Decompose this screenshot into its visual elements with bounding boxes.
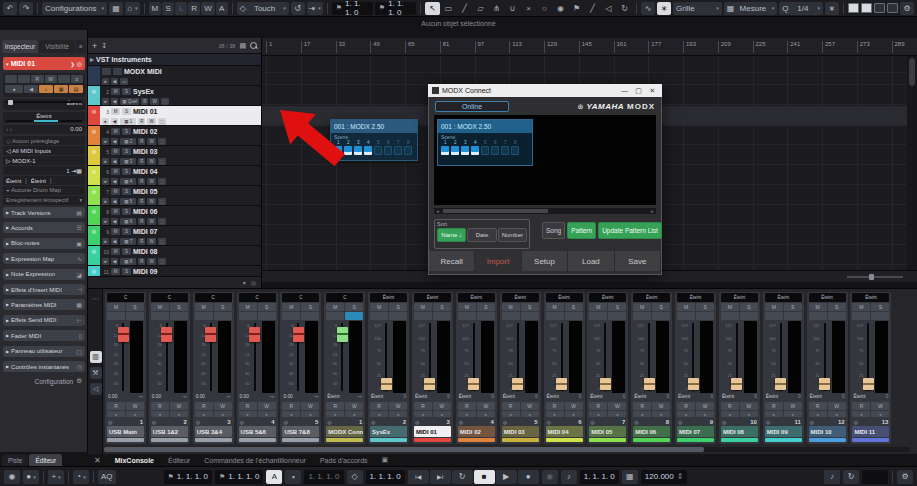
inspector-section-panneau-utilisateur[interactable]: ▶Panneau utilisateur▢ (3, 346, 85, 357)
mute-button[interactable]: M (111, 128, 120, 135)
read-button[interactable]: R (138, 258, 145, 265)
write-button[interactable]: W (147, 238, 155, 245)
read-button[interactable]: R (138, 198, 145, 205)
goto-next-marker-button[interactable]: ▶I (430, 470, 451, 484)
redo-icon[interactable]: ↷ (19, 2, 33, 15)
lane-button[interactable]: ≡ (71, 75, 83, 83)
tempo-track-icon[interactable]: ▦ (622, 470, 638, 484)
record-enable-button[interactable]: ● (102, 238, 109, 245)
close-lower-zone-icon[interactable]: ✕ (94, 456, 101, 465)
scroll-down-icon[interactable]: ▾ (243, 279, 246, 286)
drum-editor-button[interactable]: ⬚ (158, 158, 166, 165)
monitor-button[interactable]: ◀ (111, 178, 118, 185)
drum-editor-button[interactable]: ⬚ (158, 118, 166, 125)
modx-patch-panel[interactable]: 001 : MODX 2.50 Scene 12345678 (437, 119, 533, 166)
write-button[interactable]: W (147, 218, 155, 225)
solo-button[interactable]: S (122, 268, 131, 275)
group-edit-button[interactable]: ▭ (120, 78, 128, 85)
mixer-channel-midi-05[interactable]: ÉteintMS1271007550250Éteint0RW●●◎7MIDI 0… (587, 292, 628, 444)
channel-pan-display[interactable]: C (107, 293, 144, 302)
draw-tool-icon[interactable]: ╱ (457, 2, 472, 15)
channel-name[interactable]: MIDI 05 (589, 426, 626, 437)
solo-button[interactable]: S (122, 168, 131, 175)
inspector-section-param-tres-midi[interactable]: ▶Paramètres MIDI▦ (3, 299, 85, 310)
drum-editor-button[interactable]: ⬚ (158, 138, 166, 145)
midi-channel-row[interactable]: 1 ⇥▦ (3, 166, 85, 175)
mute-button[interactable]: M (809, 303, 827, 311)
channel-name[interactable]: MIDI 01 (414, 426, 451, 437)
search-track-icon[interactable] (250, 42, 257, 49)
track-row-midi-08[interactable]: ◎10MSMIDI 08●◀▦ 8RW⬚ (88, 246, 261, 266)
channel-name[interactable]: MIDI 07 (677, 426, 714, 437)
track-row-midi-07[interactable]: ◎9MSMIDI 07●◀▦ 7RW⬚ (88, 226, 261, 246)
listen-button[interactable] (502, 312, 520, 320)
midi-record-mode-dropdown[interactable]: +▾ (48, 470, 64, 484)
solo-button[interactable] (113, 68, 122, 75)
mixer-channel-midi-10[interactable]: ÉteintMS1271007550250Éteint0RW●●◎12MIDI … (807, 292, 848, 444)
input-transformer-icon[interactable]: ▦ (54, 85, 68, 93)
solo-button[interactable]: S (389, 303, 407, 311)
scene-pad[interactable] (364, 146, 372, 155)
fader-handle[interactable] (644, 378, 655, 390)
online-button[interactable]: Online (435, 101, 509, 112)
range-tool-icon[interactable]: ▭ (441, 2, 456, 15)
inspector-section-effets-d-insert-midi[interactable]: ▶Effets d'Insert MIDI⊣ (3, 284, 85, 295)
automation-r-button[interactable]: R (809, 402, 827, 410)
configuration-gear-icon[interactable]: ⚙ (76, 377, 82, 385)
fader-handle[interactable] (293, 327, 304, 342)
auto-button[interactable] (58, 75, 70, 83)
channel-edit-button[interactable] (652, 312, 670, 320)
preset-row[interactable]: ◇ Aucun préréglage (3, 136, 85, 145)
write-button[interactable]: W (147, 198, 155, 205)
channel-pan-display[interactable]: C (282, 293, 319, 302)
inspector-section-fader-midi[interactable]: ▶Fader MIDI▯ (3, 330, 85, 341)
scene-button-8[interactable]: 8 (404, 140, 413, 155)
write-button[interactable]: W (147, 178, 155, 185)
track-row-midi-09[interactable]: ◎11MSMIDI 09●◀▦ 9RW⬚ (88, 266, 261, 276)
scene-button-3[interactable]: 3 (461, 140, 470, 155)
scroll-right-icon[interactable]: ▸ (649, 208, 656, 214)
scene-pad[interactable] (404, 146, 412, 155)
listen-button[interactable] (370, 312, 388, 320)
snap-follow-icon[interactable]: ∿ (641, 2, 655, 15)
track-row-midi-02[interactable]: ◎4MSMIDI 02●◀▦ 2RW⬚ (88, 126, 261, 146)
write-button[interactable]: W (150, 98, 158, 105)
listen-button[interactable] (677, 312, 695, 320)
update-pattern-list-button[interactable]: Update Pattern List (598, 222, 662, 239)
record-enable-button[interactable]: ● (102, 218, 109, 225)
timeline-ruler[interactable]: 1173349658197113129145161177193209225241… (262, 38, 917, 56)
scene-pad[interactable] (441, 146, 449, 155)
mute-button[interactable]: M (111, 108, 120, 115)
automation-w-button[interactable]: W (214, 402, 232, 410)
solo-button[interactable]: S (784, 303, 802, 311)
channel-edit-button[interactable] (126, 312, 144, 320)
automation-mode-dropdown[interactable]: ◇Touch▾ (237, 2, 289, 15)
scene-pad[interactable] (394, 146, 402, 155)
mute-tool-icon[interactable]: × (521, 2, 536, 15)
midi-channel-box[interactable]: ▦ 6 (120, 218, 136, 225)
goto-previous-marker-button[interactable]: I◀ (408, 470, 429, 484)
drum-editor-button[interactable]: ⬚ (158, 198, 166, 205)
mute-button[interactable]: M (151, 303, 169, 311)
metronome-icon[interactable]: ♪ (824, 470, 840, 484)
mute-button[interactable]: M (107, 303, 125, 311)
automation-w-button[interactable]: W (784, 402, 802, 410)
dialog-tab-save[interactable]: Save (615, 251, 661, 271)
inspector-menu-icon[interactable]: ≡ (76, 40, 86, 53)
mute-button[interactable]: M (195, 303, 213, 311)
right-locator-display[interactable]: ⚑1. 1. 1. 0 (375, 2, 416, 15)
mute-button[interactable]: M (111, 88, 120, 95)
mute-button[interactable]: M (852, 303, 870, 311)
racks-zone-toggle[interactable] (887, 3, 898, 13)
automation-w-button[interactable]: W (301, 402, 319, 410)
listen-button[interactable] (458, 312, 476, 320)
channel-pan-display[interactable]: C (326, 293, 363, 302)
write-button[interactable]: W (147, 158, 155, 165)
fader-handle[interactable] (819, 378, 830, 390)
select-tool-icon[interactable]: ↖ (425, 2, 440, 15)
track-row-midi-01[interactable]: ◎3MSMIDI 01●◀▦ 1RW⬚ (88, 106, 261, 126)
channel-volume-display[interactable]: Éteint (852, 293, 889, 302)
mixer-channel-midi-08[interactable]: ÉteintMS1271007550250Éteint0RW●●◎10MIDI … (719, 292, 760, 444)
automation-r-button[interactable]: R (633, 402, 651, 410)
mixer-channel-usb-5-6[interactable]: CMS61218243040500.00-∞RW●●◎4USB 5&6 (237, 292, 278, 444)
